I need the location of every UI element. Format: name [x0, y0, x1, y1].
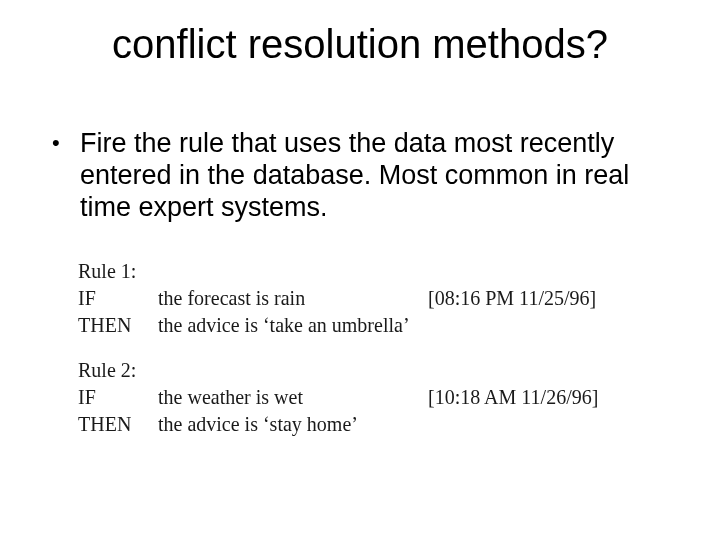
rule-then-row: THENthe advice is ‘take an umbrella’: [78, 312, 598, 339]
rule-label: Rule 2:: [78, 357, 598, 384]
if-timestamp: [08:16 PM 11/25/96]: [428, 285, 596, 312]
rule-then-row: THENthe advice is ‘stay home’: [78, 411, 598, 438]
rule-if-row: IFthe weather is wet[10:18 AM 11/26/96]: [78, 384, 598, 411]
rule-block: Rule 1: IFthe forecast is rain[08:16 PM …: [78, 258, 598, 339]
if-keyword: IF: [78, 285, 158, 312]
if-timestamp: [10:18 AM 11/26/96]: [428, 384, 598, 411]
bullet-text: Fire the rule that uses the data most re…: [80, 128, 660, 224]
rule-block: Rule 2: IFthe weather is wet[10:18 AM 11…: [78, 357, 598, 438]
if-keyword: IF: [78, 384, 158, 411]
then-keyword: THEN: [78, 312, 158, 339]
then-condition: the advice is ‘stay home’: [158, 411, 428, 438]
then-condition: the advice is ‘take an umbrella’: [158, 312, 428, 339]
rules-section: Rule 1: IFthe forecast is rain[08:16 PM …: [78, 258, 598, 456]
if-condition: the forecast is rain: [158, 285, 428, 312]
bullet-dot: •: [52, 128, 60, 159]
if-condition: the weather is wet: [158, 384, 428, 411]
then-keyword: THEN: [78, 411, 158, 438]
bullet-item: • Fire the rule that uses the data most …: [52, 128, 660, 224]
rule-label: Rule 1:: [78, 258, 598, 285]
slide-title: conflict resolution methods?: [0, 22, 720, 67]
slide: conflict resolution methods? • Fire the …: [0, 0, 720, 540]
rule-if-row: IFthe forecast is rain[08:16 PM 11/25/96…: [78, 285, 598, 312]
